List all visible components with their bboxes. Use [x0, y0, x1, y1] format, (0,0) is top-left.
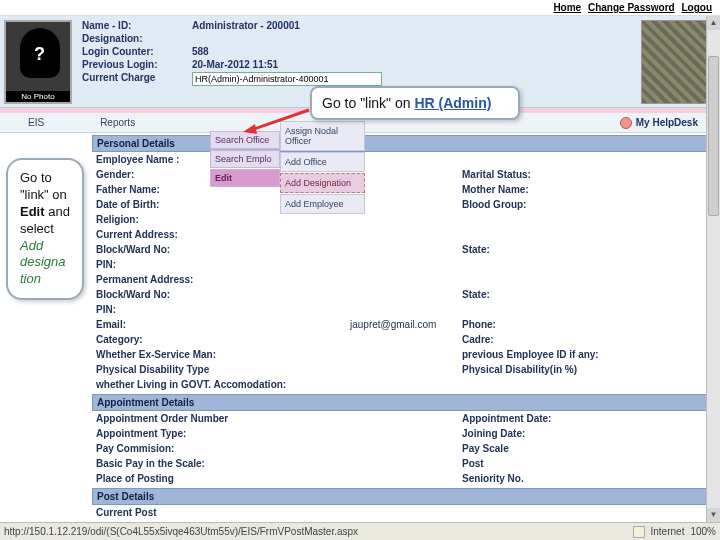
dropdown-submenu: Assign Nodal Officer Add Office Add Desi…: [280, 121, 365, 215]
dropdown-menu: Search Office Search Emplo Edit: [210, 131, 280, 188]
status-url: http://150.1.12.219/odi/(S(Co4L55x5ivqe4…: [4, 526, 358, 537]
label-basic-pay: Basic Pay in the Scale:: [92, 457, 348, 470]
label-appt-order-no: Appointment Order Number: [92, 412, 348, 425]
section-personal-details: Personal Details: [92, 135, 714, 152]
question-mark-icon: ?: [34, 44, 45, 65]
label-pay-scale: Pay Scale: [458, 442, 628, 455]
callout-hr-admin: Go to "link" on HR (Admin): [310, 86, 520, 120]
label-current-address: Current Address:: [92, 228, 348, 241]
link-helpdesk[interactable]: My HelpDesk: [636, 117, 698, 128]
label-blood-group: Blood Group:: [458, 198, 628, 211]
status-zoom: 100%: [690, 526, 716, 537]
value-name-id: Administrator - 200001: [192, 20, 300, 31]
label-designation: Designation:: [82, 33, 192, 44]
label-state-2: State:: [458, 288, 628, 301]
callout-edit-l1: Go to: [20, 170, 52, 185]
label-mother-name: Mother Name:: [458, 183, 628, 196]
callout-hr-link: HR (Admin): [414, 95, 491, 111]
label-current-post: Current Post: [92, 506, 348, 519]
label-pay-commission: Pay Commision:: [92, 442, 348, 455]
label-appt-type: Appointment Type:: [92, 427, 348, 440]
scroll-thumb[interactable]: [708, 56, 719, 216]
callout-hr-text: Go to "link" on: [322, 95, 414, 111]
top-nav: Home Change Password Logou: [0, 0, 720, 16]
label-previous-login: Previous Login:: [82, 59, 192, 70]
label-joining-date: Joining Date:: [458, 427, 628, 440]
label-permanent-address: Permanent Address:: [92, 273, 348, 286]
section-appointment-details: Appointment Details: [92, 394, 714, 411]
vertical-scrollbar[interactable]: ▲ ▼: [706, 16, 720, 522]
label-place-posting: Place of Posting: [92, 472, 348, 485]
value-email: jaupret@gmail.com: [348, 318, 458, 331]
link-change-password[interactable]: Change Password: [588, 2, 675, 13]
tab-reports[interactable]: Reports: [72, 114, 163, 131]
submenu-add-office[interactable]: Add Office: [280, 152, 365, 172]
label-category: Category:: [92, 333, 348, 346]
label-govt-accom: whether Living in GOVT. Accomodation:: [92, 378, 348, 391]
label-post: Post: [458, 457, 628, 470]
link-home[interactable]: Home: [553, 2, 581, 13]
label-email: Email:: [92, 318, 348, 331]
label-pin-2: PIN:: [92, 303, 348, 316]
header-side-image: [641, 20, 716, 104]
value-previous-login: 20-Mar-2012 11:51: [192, 59, 278, 70]
callout-edit: Go to "link" on Edit and select Add desi…: [6, 158, 84, 300]
link-logout[interactable]: Logou: [681, 2, 712, 13]
callout-edit-l3b: and: [45, 204, 70, 219]
label-seniority: Seniority No.: [458, 472, 628, 485]
label-pin: PIN:: [92, 258, 348, 271]
profile-photo: ? No Photo: [4, 20, 72, 104]
status-bar: http://150.1.12.219/odi/(S(Co4L55x5ivqe4…: [0, 522, 720, 540]
scroll-down-icon[interactable]: ▼: [707, 508, 720, 522]
label-cadre: Cadre:: [458, 333, 628, 346]
callout-edit-l2: "link" on: [20, 187, 67, 202]
callout-edit-adddesig: Add designa tion: [20, 238, 66, 287]
arrow-red-icon: [241, 108, 311, 134]
label-block-ward-2: Block/Ward No:: [92, 288, 348, 301]
label-marital-status: Marital Status:: [458, 168, 628, 181]
label-current-charge: Current Charge: [82, 72, 192, 86]
menu-search-employee[interactable]: Search Emplo: [210, 150, 280, 168]
label-prev-emp-id: previous Employee ID if any:: [458, 348, 628, 361]
menu-edit[interactable]: Edit: [210, 169, 280, 187]
tab-eis[interactable]: EIS: [0, 114, 72, 131]
scroll-up-icon[interactable]: ▲: [707, 16, 720, 30]
section-post-details: Post Details: [92, 488, 714, 505]
helpdesk-icon: [620, 117, 632, 129]
submenu-add-employee[interactable]: Add Employee: [280, 194, 365, 214]
callout-edit-editword: Edit: [20, 204, 45, 219]
label-phys-pct: Physical Disability(in %): [458, 363, 628, 376]
label-login-counter: Login Counter:: [82, 46, 192, 57]
label-appt-date: Appointment Date:: [458, 412, 628, 425]
svg-marker-1: [243, 124, 257, 134]
value-login-counter: 588: [192, 46, 209, 57]
current-charge-select[interactable]: [192, 72, 382, 86]
label-ex-service: Whether Ex-Service Man:: [92, 348, 348, 361]
label-name-id: Name - ID:: [82, 20, 192, 31]
label-block-ward: Block/Ward No:: [92, 243, 348, 256]
callout-edit-l4: select: [20, 221, 54, 236]
svg-line-0: [251, 110, 309, 130]
label-phone: Phone:: [458, 318, 628, 331]
security-zone-icon: [633, 526, 645, 538]
label-phys-type: Physical Disability Type: [92, 363, 348, 376]
status-internet: Internet: [651, 526, 685, 537]
photo-caption: No Photo: [6, 91, 70, 102]
submenu-add-designation[interactable]: Add Designation: [280, 173, 365, 193]
label-state: State:: [458, 243, 628, 256]
